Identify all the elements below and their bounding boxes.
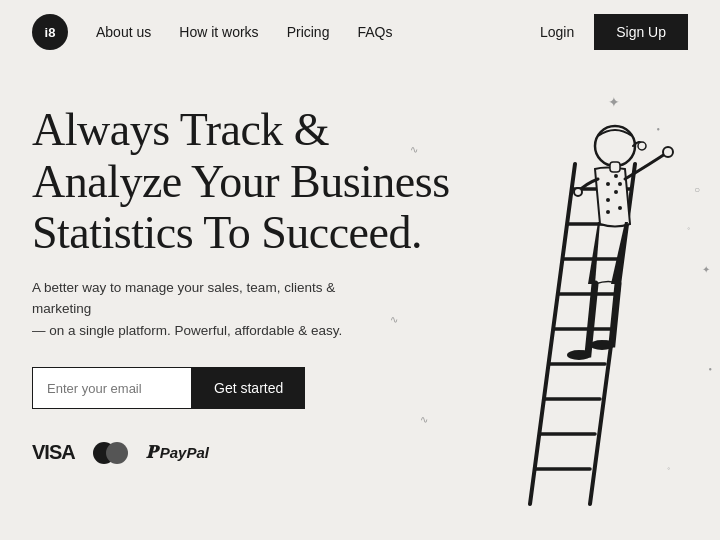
mastercard-logo [93, 442, 128, 464]
get-started-button[interactable]: Get started [192, 367, 305, 409]
person-ladder-svg [420, 84, 700, 524]
svg-point-20 [574, 188, 582, 196]
svg-rect-23 [610, 162, 620, 172]
nav-about[interactable]: About us [96, 24, 151, 40]
paypal-logo: 𝐏 PayPal [146, 442, 209, 463]
svg-point-18 [606, 210, 610, 214]
login-button[interactable]: Login [540, 24, 574, 40]
svg-point-21 [567, 350, 591, 360]
nav-pricing[interactable]: Pricing [287, 24, 330, 40]
navbar: i8 About us How it works Pricing FAQs Lo… [0, 0, 720, 64]
deco-4: ✦ [702, 264, 710, 275]
svg-point-16 [614, 174, 618, 178]
visa-logo: VISA [32, 441, 75, 464]
svg-point-19 [663, 147, 673, 157]
deco-7: ∿ [390, 314, 398, 325]
svg-point-12 [606, 182, 610, 186]
deco-5: • [708, 364, 712, 375]
svg-point-13 [614, 190, 618, 194]
nav-right: Login Sign Up [540, 14, 688, 50]
svg-point-24 [638, 142, 646, 150]
hero-section: Always Track &Analyze Your BusinessStati… [0, 64, 720, 540]
svg-point-22 [590, 340, 614, 350]
svg-point-17 [618, 206, 622, 210]
svg-line-0 [530, 164, 575, 504]
deco-6: ∿ [410, 144, 418, 155]
logo[interactable]: i8 [32, 14, 68, 50]
hero-illustration: ✦ • ○ ✦ • ∿ ∿ ∿ ◦ ◦ [380, 64, 720, 540]
svg-point-14 [606, 198, 610, 202]
signup-button[interactable]: Sign Up [594, 14, 688, 50]
nav-how-it-works[interactable]: How it works [179, 24, 258, 40]
svg-point-15 [618, 182, 622, 186]
svg-point-11 [595, 126, 635, 166]
nav-links: About us How it works Pricing FAQs [96, 23, 392, 41]
email-input[interactable] [32, 367, 192, 409]
hero-subtitle: A better way to manage your sales, team,… [32, 277, 352, 342]
nav-faqs[interactable]: FAQs [357, 24, 392, 40]
